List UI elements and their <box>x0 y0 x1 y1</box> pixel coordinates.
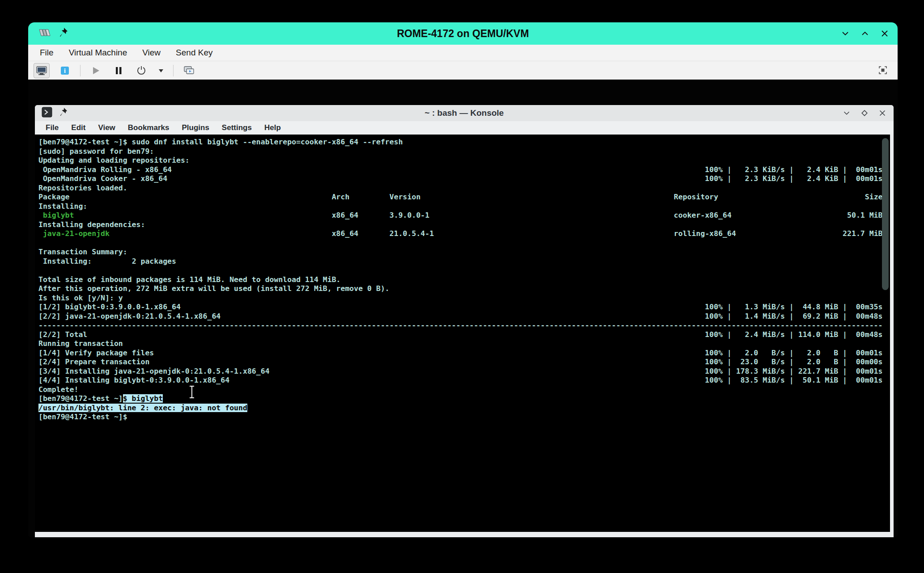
monitor-icon <box>36 65 47 76</box>
terminal-line: [2/4] Prepare transaction 100% | 23.0 B/… <box>38 358 883 367</box>
konsole-close-button[interactable] <box>877 107 888 119</box>
konsole-menu-edit[interactable]: Edit <box>71 123 85 132</box>
console-display-button[interactable] <box>34 63 50 78</box>
virt-manager-window: ROME-4172 on QEMU/KVM File Virtual Machi… <box>28 22 898 537</box>
pause-vm-button[interactable] <box>111 63 126 78</box>
resize-to-vm-button[interactable] <box>875 63 890 77</box>
vm-menu-view[interactable]: View <box>142 48 161 58</box>
terminal-line: [1/4] Verify package files 100% | 2.0 B/… <box>38 349 883 358</box>
konsole-menu-help[interactable]: Help <box>264 123 281 132</box>
vm-info-button[interactable]: i <box>57 63 72 78</box>
terminal-view[interactable]: [ben79@4172-test ~]$ sudo dnf install bi… <box>35 135 890 532</box>
vm-close-button[interactable] <box>879 28 890 39</box>
terminal-line: [4/4] Installing biglybt-0:3.9.0.0-1.x86… <box>38 376 883 385</box>
toolbar-separator <box>173 65 174 76</box>
konsole-titlebar: ~ : bash — Konsole <box>35 105 894 121</box>
terminal-line: Repositories loaded. <box>38 184 883 193</box>
konsole-window-title: ~ : bash — Konsole <box>35 108 894 118</box>
vm-titlebar: ROME-4172 on QEMU/KVM <box>28 22 898 45</box>
displays-icon <box>183 65 195 76</box>
vm-menu-virtual-machine[interactable]: Virtual Machine <box>69 48 127 58</box>
vm-menu-send-key[interactable]: Send Key <box>176 48 212 58</box>
konsole-menu-view[interactable]: View <box>98 123 115 132</box>
terminal-line: OpenMandriva Rolling - x86_64 100% | 2.3… <box>38 165 883 175</box>
konsole-menubar: File Edit View Bookmarks Plugins Setting… <box>35 121 894 135</box>
terminal-line: Installing: 2 packages <box>38 257 883 266</box>
vm-maximize-button[interactable] <box>859 28 871 39</box>
vm-menu-file[interactable]: File <box>40 48 54 58</box>
konsole-maximize-button[interactable] <box>859 107 870 119</box>
terminal-line: Running transaction <box>38 339 883 349</box>
power-icon <box>136 65 147 76</box>
fullscreen-button[interactable] <box>181 63 196 78</box>
play-icon <box>91 66 101 76</box>
terminal-line: [3/4] Installing java-21-openjdk-0:21.0.… <box>38 367 883 376</box>
shutdown-menu-button[interactable] <box>157 63 165 78</box>
terminal-line: [ben79@4172-test ~]$ sudo dnf install bi… <box>38 138 883 147</box>
terminal-line: Installing: <box>38 202 883 211</box>
vm-menubar: File Virtual Machine View Send Key <box>28 45 898 61</box>
info-icon: i <box>60 66 70 76</box>
terminal-line: Total size of inbound packages is 114 Mi… <box>38 275 883 285</box>
terminal-line: [ben79@4172-test ~]$ biglybt <box>38 394 883 404</box>
terminal-output: [ben79@4172-test ~]$ sudo dnf install bi… <box>38 138 883 422</box>
terminal-line: biglybt x86_64 3.9.0.0-1 cooker-x86_64 5… <box>38 211 883 220</box>
chevron-down-icon <box>840 28 851 39</box>
terminal-line: [1/2] biglybt-0:3.9.0.0-1.x86_64 100% | … <box>38 303 883 312</box>
terminal-line: [sudo] password for ben79: <box>38 147 883 156</box>
terminal-line: java-21-openjdk x86_64 21.0.5.4-1 rollin… <box>38 229 883 239</box>
shutdown-vm-button[interactable] <box>134 63 149 78</box>
close-icon <box>877 108 887 118</box>
terminal-line: Updating and loading repositories: <box>38 156 883 165</box>
terminal-line: Installing dependencies: <box>38 220 883 230</box>
terminal-line <box>38 266 883 275</box>
konsole-window: ~ : bash — Konsole File <box>35 105 894 537</box>
terminal-line: Is this ok [y/N]: y <box>38 294 883 303</box>
konsole-menu-plugins[interactable]: Plugins <box>182 123 209 132</box>
terminal-line: ----------------------------------------… <box>38 321 883 330</box>
run-vm-button[interactable] <box>88 63 103 78</box>
vm-window-title: ROME-4172 on QEMU/KVM <box>28 28 898 40</box>
terminal-line: Transaction Summary: <box>38 248 883 257</box>
terminal-line: /usr/bin/biglybt: line 2: exec: java: no… <box>38 404 883 413</box>
svg-text:i: i <box>64 67 66 74</box>
text-cursor-pointer <box>188 385 195 400</box>
pause-icon <box>114 66 123 76</box>
terminal-line: [ben79@4172-test ~]$ <box>38 413 883 422</box>
toolbar-separator <box>80 65 81 76</box>
terminal-line: Package Arch Version Repository Size <box>38 193 883 202</box>
close-icon <box>879 28 890 39</box>
screen: ROME-4172 on QEMU/KVM File Virtual Machi… <box>0 0 924 573</box>
terminal-line: Complete! <box>38 385 883 395</box>
guest-display[interactable]: ~ : bash — Konsole File <box>28 80 898 537</box>
diamond-icon <box>860 108 869 118</box>
terminal-line: OpenMandriva Cooker - x86_64 100% | 2.3 … <box>38 174 883 184</box>
chevron-up-icon <box>860 28 870 39</box>
konsole-menu-file[interactable]: File <box>46 123 59 132</box>
resize-corners-icon <box>877 65 888 76</box>
vm-toolbar: i <box>28 61 898 80</box>
terminal-line: [2/2] java-21-openjdk-0:21.0.5.4-1.x86_6… <box>38 312 883 321</box>
vm-minimize-button[interactable] <box>839 28 851 39</box>
caret-down-icon <box>158 68 164 73</box>
terminal-line <box>38 239 883 248</box>
konsole-menu-settings[interactable]: Settings <box>222 123 252 132</box>
chevron-down-icon <box>842 108 852 118</box>
terminal-scrollbar[interactable] <box>882 138 889 290</box>
terminal-line: After this operation, 272 MiB extra will… <box>38 284 883 294</box>
konsole-minimize-button[interactable] <box>841 107 852 119</box>
terminal-line: [2/2] Total 100% | 2.4 MiB/s | 114.0 MiB… <box>38 330 883 340</box>
konsole-menu-bookmarks[interactable]: Bookmarks <box>128 123 170 132</box>
